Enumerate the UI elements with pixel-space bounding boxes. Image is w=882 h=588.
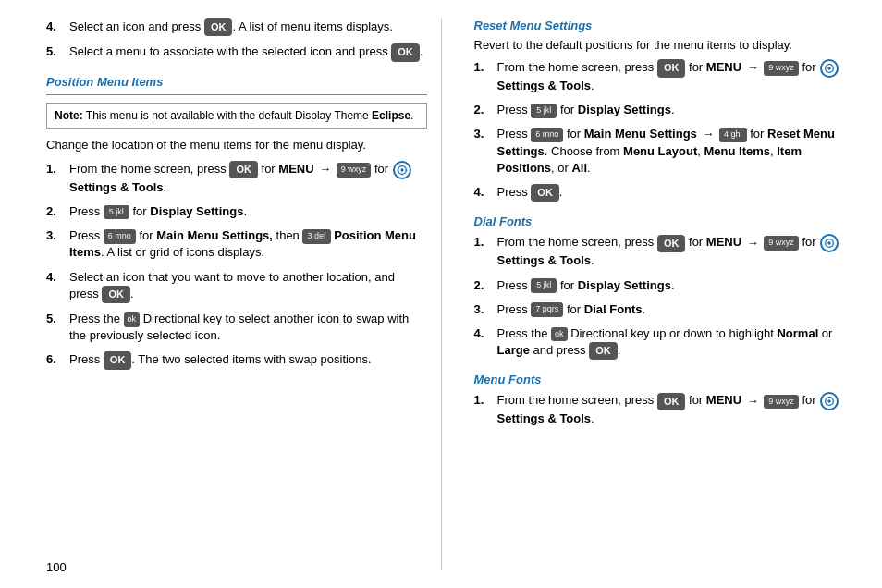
svg-point-9: [828, 242, 831, 245]
step-content: From the home screen, press OK for MENU …: [497, 234, 855, 269]
arrow: →: [747, 394, 759, 408]
intro-text: Change the location of the menu items fo…: [46, 138, 427, 152]
bold-text: Display Settings: [150, 204, 243, 218]
note-text: This menu is not available with the defa…: [86, 109, 414, 122]
step-content: Press OK.: [497, 184, 855, 202]
dial-step-4: 4. Press the ok Directional key up or do…: [474, 325, 855, 361]
note-bold: Eclipse: [372, 109, 410, 122]
bold-text: Main Menu Settings,: [156, 228, 273, 242]
step-content: Press 6 mno for Main Menu Settings, then…: [69, 227, 427, 261]
arrow: →: [747, 236, 759, 250]
step-1: 1. From the home screen, press OK for ME…: [46, 161, 427, 196]
bold-text: Settings & Tools: [69, 180, 164, 194]
reset-intro: Revert to the default positions for the …: [474, 38, 855, 52]
page: 4. Select an icon and press OK. A list o…: [0, 0, 882, 588]
dial-step-2: 2. Press 5 jkl for Display Settings.: [474, 277, 855, 294]
ok-small-button: ok: [551, 327, 568, 342]
step-number: 3.: [474, 126, 493, 177]
step-number: 1.: [46, 161, 65, 196]
bold-text: Display Settings: [578, 103, 671, 116]
key-9wxyz: 9 wxyz: [764, 236, 799, 251]
bold-text: Normal: [777, 326, 818, 340]
bold-text: MENU: [278, 162, 313, 176]
dial-step-1: 1. From the home screen, press OK for ME…: [474, 234, 855, 269]
arrow: →: [319, 162, 331, 176]
step-number: 4.: [474, 184, 493, 202]
step-content: Press OK. The two selected items with sw…: [69, 351, 427, 369]
note-box: Note: This menu is not available with th…: [46, 103, 427, 129]
menu-fonts-step-1: 1. From the home screen, press OK for ME…: [474, 392, 855, 427]
bold-text: Settings & Tools: [497, 79, 592, 92]
step-number: 6.: [46, 351, 65, 369]
arrow: →: [747, 60, 759, 74]
step-content: From the home screen, press OK for MENU …: [497, 59, 855, 94]
ok-button-inline: OK: [391, 43, 420, 61]
step-number: 3.: [46, 227, 65, 261]
step-content: Select an icon that you want to move to …: [69, 269, 427, 304]
step-2: 2. Press 5 jkl for Display Settings.: [46, 203, 427, 220]
intro-step-4: 4. Select an icon and press OK. A list o…: [46, 18, 427, 36]
bold-text: Display Settings: [578, 278, 671, 292]
bold-text: Dial Fonts: [584, 302, 643, 316]
reset-step-4: 4. Press OK.: [474, 184, 855, 202]
reset-step-3: 3. Press 6 mno for Main Menu Settings → …: [474, 126, 855, 177]
bold-text: Menu Items: [704, 144, 770, 158]
key-4ghi: 4 ghi: [719, 128, 747, 142]
step-content: Press the ok Directional key up or down …: [497, 325, 855, 361]
key-9wxyz: 9 wxyz: [337, 163, 372, 178]
section-title-menu-fonts: Menu Fonts: [474, 373, 855, 386]
step-4: 4. Select an icon that you want to move …: [46, 269, 427, 304]
ok-button-inline: OK: [229, 161, 258, 178]
key-7pqrs: 7 pqrs: [531, 302, 563, 317]
step-3: 3. Press 6 mno for Main Menu Settings, t…: [46, 227, 427, 261]
settings-icon: [820, 392, 839, 410]
step-number: 1.: [474, 234, 493, 269]
ok-button-inline: OK: [204, 18, 233, 36]
settings-icon: [820, 234, 839, 252]
step-6: 6. Press OK. The two selected items with…: [46, 351, 427, 369]
right-column: Reset Menu Settings Revert to the defaul…: [470, 18, 855, 570]
step-number: 4.: [46, 18, 65, 36]
key-9wxyz: 9 wxyz: [764, 395, 799, 410]
bold-text: Menu Layout: [623, 144, 697, 158]
step-number: 5.: [46, 311, 65, 344]
bold-text: Settings & Tools: [497, 253, 592, 267]
ok-button-inline: OK: [102, 286, 130, 303]
step-number: 5.: [46, 43, 65, 61]
ok-button-inline: OK: [657, 393, 686, 410]
key-5jkl: 5 jkl: [531, 104, 557, 118]
reset-step-2: 2. Press 5 jkl for Display Settings.: [474, 102, 855, 118]
bold-text: Settings & Tools: [497, 411, 592, 425]
step-content: Select a menu to associate with the sele…: [69, 43, 427, 61]
dial-step-3: 3. Press 7 pqrs for Dial Fonts.: [474, 301, 855, 318]
step-number: 2.: [474, 277, 493, 294]
key-3def: 3 def: [302, 229, 330, 244]
step-content: From the home screen, press OK for MENU …: [69, 161, 427, 196]
step-content: Press the ok Directional key to select a…: [69, 311, 427, 344]
step-content: Press 5 jkl for Display Settings.: [497, 102, 855, 118]
bold-text: Large: [497, 343, 530, 357]
reset-step-1: 1. From the home screen, press OK for ME…: [474, 59, 855, 94]
bold-text: Main Menu Settings: [584, 127, 697, 141]
ok-button-inline: OK: [657, 59, 686, 77]
step-number: 2.: [46, 203, 65, 220]
bold-text: MENU: [706, 60, 741, 74]
settings-icon: [393, 161, 411, 179]
section-title-reset: Reset Menu Settings: [474, 18, 855, 32]
step-content: Press 7 pqrs for Dial Fonts.: [497, 301, 855, 318]
key-5jkl: 5 jkl: [531, 278, 557, 293]
step-content: Press 6 mno for Main Menu Settings → 4 g…: [497, 126, 855, 177]
step-content: Press 5 jkl for Display Settings.: [497, 277, 855, 294]
svg-point-7: [828, 67, 831, 69]
key-6mno: 6 mno: [531, 128, 563, 142]
ok-small-button: ok: [124, 312, 141, 327]
settings-icon: [820, 59, 839, 78]
intro-step-5: 5. Select a menu to associate with the s…: [46, 43, 427, 61]
bold-text: All: [571, 161, 587, 175]
ok-button-inline: OK: [589, 342, 618, 360]
step-number: 3.: [474, 301, 493, 318]
step-number: 2.: [474, 102, 493, 118]
key-6mno: 6 mno: [104, 229, 136, 244]
section-title-position-menu: Position Menu Items: [46, 75, 427, 89]
svg-point-11: [828, 400, 831, 403]
